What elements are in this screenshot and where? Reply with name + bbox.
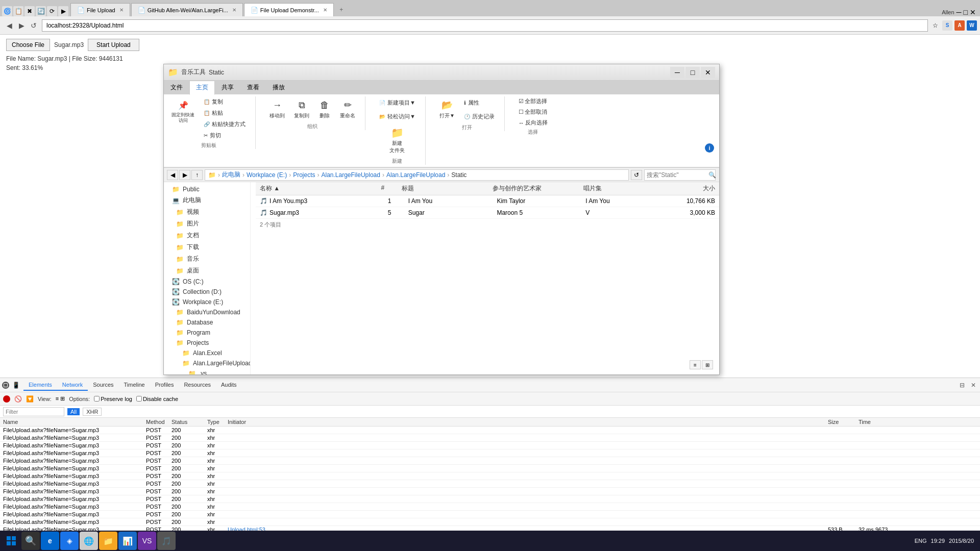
sidebar-item-alan.largefileupload[interactable]: 📁Alan.LargeFileUpload [164,358,250,368]
file-row[interactable]: 🎵 Sugar.mp3 5 Sugar Maroon 5 V 3,000 KB [256,207,719,219]
sidebar-item-视频[interactable]: 📁视频 [164,206,250,218]
sidebar-item-.vs[interactable]: 📁.vs [164,368,250,374]
ribbon-tab-home[interactable]: 主页 [189,81,215,95]
devtools-close-button[interactable]: ✕ [969,382,978,389]
new-tab-button[interactable]: + [335,3,348,16]
new-folder-btn[interactable]: 📁 新建文件夹 [386,124,408,157]
copy-btn[interactable]: 📋复制 [200,96,249,107]
tab-timeline[interactable]: Timeline [119,380,150,391]
clear-button[interactable]: 🚫 [14,395,22,403]
sidebar-item-os-(c:)[interactable]: 💽OS (C:) [164,277,250,287]
sidebar-item-图片[interactable]: 📁图片 [164,218,250,230]
fe-up-button[interactable]: ↑ [191,170,203,180]
forward-button[interactable]: ▶ [15,19,28,32]
col-time[interactable]: Time [855,418,896,427]
tab-elements[interactable]: Elements [23,380,57,391]
copy-to-btn[interactable]: ⧉ 复制到 [290,96,313,122]
browser-icon-1[interactable]: 🌀 [2,6,12,16]
properties-btn[interactable]: ℹ属性 [460,96,498,109]
network-row[interactable]: FileUpload.ashx?fileName=Sugar.mp3 POST … [0,449,980,457]
paste-shortcut-btn[interactable]: 🔗粘贴快捷方式 [200,119,249,130]
browser-icon-2[interactable]: 📋 [13,6,23,16]
rename-btn[interactable]: ✏ 重命名 [336,96,359,122]
col-header-name[interactable]: 名称 ▲ [260,184,381,193]
fe-forward-button[interactable]: ▶ [179,170,190,180]
browser-icon-6[interactable]: ▶ [58,6,68,16]
col-header-size[interactable]: 大小 [674,184,715,193]
devtools-side-panel-button[interactable]: ⊟ [955,382,969,389]
tab-network[interactable]: Network [57,380,88,391]
list-view-button[interactable]: ≡ [690,360,701,369]
network-row[interactable]: FileUpload.ashx?fileName=Sugar.mp3 POST … [0,427,980,434]
details-view-button[interactable]: ⊞ [702,360,713,369]
browser-icon-5[interactable]: ⟳ [47,6,57,16]
sidebar-item-此电脑[interactable]: 💻此电脑 [164,194,250,206]
network-row[interactable]: FileUpload.ashx?fileName=Sugar.mp3 POST … [0,442,980,449]
network-row[interactable]: FileUpload.ashx?fileName=Sugar.mp3 POST … [0,518,980,526]
ribbon-tab-play[interactable]: 播放 [266,81,291,94]
breadcrumb-workplace[interactable]: Workplace (E:) [247,171,287,179]
browser-icon-3[interactable]: ✖ [24,6,35,16]
col-size[interactable]: Size [825,418,855,427]
history-btn[interactable]: 🕐历史记录 [460,110,498,123]
fe-back-button[interactable]: ◀ [167,170,178,180]
taskbar-edge[interactable]: ◈ [60,532,79,550]
fe-refresh-button[interactable]: ↺ [631,170,642,180]
sidebar-item-音乐[interactable]: 📁音乐 [164,253,250,265]
minimize-button[interactable]: ─ [957,8,962,16]
breadcrumb-alan-large-2[interactable]: Alan.LargeFileUpload [386,171,445,179]
disable-cache-checkbox[interactable]: Disable cache [136,396,178,402]
open-btn[interactable]: 📂 打开▼ [436,96,458,123]
browser-ext-icon-2[interactable]: W [967,20,977,31]
fe-minimize-button[interactable]: ─ [670,67,684,78]
filter-input[interactable] [3,407,64,416]
breadcrumb-alan-large[interactable]: Alan.LargeFileUpload [322,171,380,179]
start-button[interactable] [2,532,20,550]
sidebar-item-program[interactable]: 📁Program [164,328,250,338]
bookmark-icon[interactable]: ☆ [930,20,940,31]
close-browser-button[interactable]: ✕ [970,8,976,16]
tab-file-upload-demo[interactable]: 📄 File Upload Demonstr... ✕ [244,3,334,16]
network-row[interactable]: FileUpload.ashx?fileName=Sugar.mp3 POST … [0,503,980,511]
pin-quick-access-button[interactable]: 📌 固定到快速访问 [168,96,198,141]
preserve-log-checkbox[interactable]: Preserve log [94,396,132,402]
sidebar-item-文档[interactable]: 📁文档 [164,230,250,241]
cut-btn[interactable]: ✂剪切 [200,130,249,141]
devtools-inspect-icon[interactable] [2,382,9,389]
start-upload-button[interactable]: Start Upload [88,39,139,51]
sidebar-item-下载[interactable]: 📁下载 [164,241,250,253]
col-header-num[interactable]: # [381,184,402,193]
fe-close-button[interactable]: ✕ [701,67,715,78]
taskbar-ie[interactable]: e [41,532,59,550]
taskbar-app1[interactable]: 📊 [118,532,137,550]
tab-file-upload[interactable]: 📄 File Upload ✕ [70,3,130,16]
network-row[interactable]: FileUpload.ashx?fileName=Sugar.mp3 POST … [0,480,980,488]
col-method[interactable]: Method [143,418,168,427]
file-row[interactable]: 🎵 I Am You.mp3 1 I Am You Kim Taylor I A… [256,195,719,207]
sidebar-item-workplace-(e:)[interactable]: 💽Workplace (E:) [164,297,250,307]
tab-resources[interactable]: Resources [179,380,216,391]
col-header-album[interactable]: 唱片集 [583,184,674,193]
view-options[interactable]: ≡ ⊞ [56,395,65,402]
all-filter-button[interactable]: All [67,408,80,415]
xhr-filter-button[interactable]: XHR [83,408,102,416]
network-row[interactable]: FileUpload.ashx?fileName=Sugar.mp3 POST … [0,434,980,442]
col-name[interactable]: Name [0,418,143,427]
sidebar-item-alan.excel[interactable]: 📁Alan.Excel [164,348,250,358]
col-type[interactable]: Type [204,418,225,427]
col-status[interactable]: Status [168,418,194,427]
network-row[interactable]: FileUpload.ashx?fileName=Sugar.mp3 POST … [0,511,980,518]
fe-maximize-button[interactable]: □ [685,67,700,78]
ribbon-tab-view[interactable]: 查看 [240,81,266,94]
tab-audits[interactable]: Audits [216,380,242,391]
delete-btn[interactable]: 🗑 删除 [315,96,334,122]
tab-close-3[interactable]: ✕ [323,7,327,13]
select-all-btn[interactable]: ☑全部选择 [515,96,551,106]
ribbon-tab-file[interactable]: 文件 [164,81,189,94]
refresh-button[interactable]: ↺ [28,19,40,32]
breadcrumb-computer[interactable]: 此电脑 [222,170,240,179]
network-row[interactable]: FileUpload.ashx?fileName=Sugar.mp3 POST … [0,488,980,495]
browser-icon-4[interactable]: 🔄 [36,6,46,16]
network-row[interactable]: FileUpload.ashx?fileName=Sugar.mp3 POST … [0,472,980,480]
easy-access-btn[interactable]: 📂轻松访问▼ [376,110,419,123]
